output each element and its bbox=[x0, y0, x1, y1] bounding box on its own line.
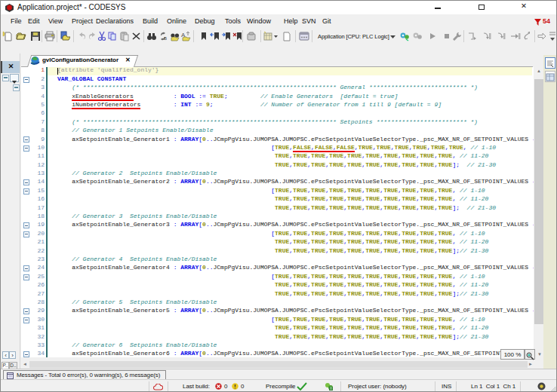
svg-text:B: B bbox=[164, 36, 167, 41]
